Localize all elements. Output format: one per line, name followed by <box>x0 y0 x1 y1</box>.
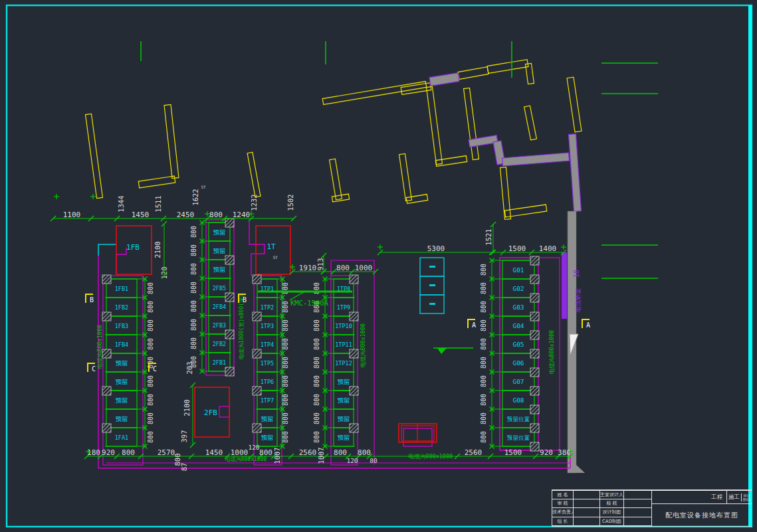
transformer-boxes <box>420 258 444 313</box>
cell-dim-label: 800 <box>282 319 289 331</box>
dim-label-vertical: 2100 <box>183 399 191 416</box>
cabinet-cell-label: G03 <box>512 304 524 311</box>
dim-label: 920 <box>102 448 115 457</box>
cell-dim-label: 800 <box>480 319 487 331</box>
wall-outline <box>247 152 261 197</box>
bus-label: KMC-1500A <box>290 299 329 307</box>
st-mark: ST <box>201 185 206 189</box>
cabinet-cell-label: 预留 <box>261 434 274 441</box>
cyan-feeder-line <box>98 244 116 256</box>
rect <box>102 275 111 284</box>
cabinet-cell-label: 1FB2 <box>115 304 128 311</box>
dim-label: 2450 <box>177 211 195 219</box>
cabinet-cell-label: 1TP10 <box>335 323 352 329</box>
rect <box>219 406 229 417</box>
dim-label: 80 <box>370 457 378 464</box>
tray-number: 10 <box>573 270 580 278</box>
cabinet-cell-label: G01 <box>512 266 524 274</box>
drawing-canvas: 10电缆桥架1FB1T2FBSTST1FB18001FB28001FB38001… <box>0 0 757 532</box>
cell-dim-label: 800 <box>313 431 320 443</box>
cell-dim-label: 800 <box>282 357 289 369</box>
room-label: 1FB <box>126 243 140 252</box>
dim-label-vertical: 397 <box>180 430 188 443</box>
rect <box>429 303 435 305</box>
title-block: 姓 名 主要设计人 审 核 校 核 技术负责人 设计制图 组 长 CAD制图 工… <box>552 489 752 527</box>
tb-row-label: 审 核 <box>552 499 574 508</box>
ground-symbol <box>433 348 473 354</box>
rect <box>530 442 539 451</box>
dim-label: 2560 <box>465 448 483 457</box>
dim-label-vertical: 1007 <box>317 447 325 464</box>
cabinet-cell-label: 1FB1 <box>115 286 128 292</box>
cabinet-cell-label: G05 <box>512 341 524 348</box>
cabinet-cell-label: G08 <box>512 397 524 404</box>
tb-blank <box>574 499 600 508</box>
wall-outline <box>427 86 443 164</box>
cabinet-cell-label: 2FB1 <box>213 359 226 366</box>
project-row: 工程 施工 设计 阶段 <box>652 491 752 504</box>
dim-label: 1100 <box>63 211 81 219</box>
tb-blank <box>624 491 652 499</box>
cell-dim-label: 800 <box>147 338 154 350</box>
dim-label: 5300 <box>427 244 445 253</box>
dim-label: 800 <box>259 448 272 457</box>
dim-label: 2560 <box>299 448 317 457</box>
cell-dim-label: 800 <box>147 319 154 331</box>
cell-dim-label: 800 <box>480 431 487 443</box>
dim-label: 120 <box>346 457 358 464</box>
tb-row-label: CAD制图 <box>600 517 624 526</box>
rect <box>429 284 435 286</box>
wall-outline <box>399 153 412 201</box>
section-marker-letter: A <box>586 321 590 329</box>
cabinet-1FB-column: 1FB18001FB28001FB38001FB4800预留800预留800预留… <box>102 275 154 449</box>
wall-outline <box>504 205 546 217</box>
tb-blank <box>574 491 600 499</box>
dim-label: 1500 <box>508 244 526 253</box>
dim-label-vertical: 203 <box>185 362 193 375</box>
drawing-title: 配电室设备接地布置图 <box>652 504 752 526</box>
cabinet-cell-label: 预留 <box>261 415 274 422</box>
dim-label-vertical: 1521 <box>485 228 492 245</box>
cell-dim-label: 800 <box>480 338 487 350</box>
tb-blank <box>624 517 652 526</box>
dim-label: 800 <box>334 448 347 457</box>
sheet-frame <box>7 5 752 527</box>
rect <box>350 275 358 284</box>
stage-label: 设计 阶段 <box>741 493 750 501</box>
cabinet-cell-label: 预留 <box>338 378 350 385</box>
section-marker-letter: C <box>153 365 157 373</box>
rect <box>429 266 435 268</box>
cabinet-cell-label: 1FA1 <box>115 434 128 441</box>
dim-label-vertical: 1502 <box>286 194 294 211</box>
cabinet-cell-label: 预留 <box>213 266 226 273</box>
cell-dim-label: 800 <box>313 357 320 369</box>
rect <box>530 294 539 302</box>
cabinet-cell-label: 1TP6 <box>261 379 274 385</box>
cell-dim-label: 800 <box>480 394 487 406</box>
cabinet-cell-label: 1TP9 <box>337 304 350 311</box>
tb-blank <box>624 508 652 517</box>
cabinet-cell-label: 1TP12 <box>335 360 352 367</box>
dim-label: 920 <box>540 448 553 457</box>
section-marker-letter: C <box>92 365 96 373</box>
rect <box>225 219 234 227</box>
wall-outline <box>435 156 467 167</box>
trench-label: 电缆沟800x1000 <box>548 330 555 374</box>
dim-label-vertical: 1344 <box>117 195 125 212</box>
cabinet-cell-label: 预留 <box>338 434 350 441</box>
rect <box>530 256 539 265</box>
cabinet-cell-label: G06 <box>512 359 524 367</box>
rect <box>350 349 358 358</box>
cell-dim-label: 800 <box>190 263 197 275</box>
section-marker-letter: B <box>243 296 247 304</box>
dim-label-vertical: 87 <box>180 463 188 472</box>
wall-outline <box>138 176 175 188</box>
wall-outline <box>86 114 103 198</box>
cabinet-cell-label: 1TP11 <box>335 341 352 348</box>
cabinet-cell-label: 预留位置 <box>506 434 530 441</box>
rect <box>225 367 234 376</box>
cell-dim-label: 800 <box>147 375 154 387</box>
rect <box>102 424 111 432</box>
trench-label: 电缆沟800x1000 <box>360 323 366 367</box>
cell-dim-label: 800 <box>190 244 197 256</box>
